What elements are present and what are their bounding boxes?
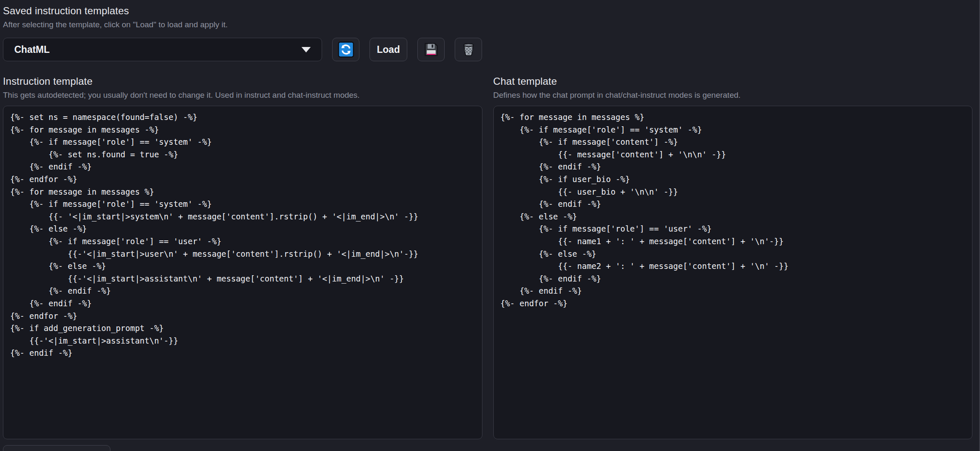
load-button[interactable]: Load <box>369 38 407 61</box>
save-button[interactable] <box>417 38 445 61</box>
floppy-disk-icon <box>423 42 439 57</box>
template-dropdown[interactable]: ChatML <box>3 38 322 61</box>
instruction-template-section: Instruction template This gets autodetec… <box>3 76 482 441</box>
instruction-templates-page: Saved instruction templates After select… <box>0 0 980 451</box>
page-subtitle: After selecting the template, click on "… <box>3 20 972 29</box>
refresh-icon <box>338 42 354 57</box>
page-title: Saved instruction templates <box>3 5 972 17</box>
partial-bottom-button[interactable] <box>3 445 110 451</box>
chat-template-subtitle: Defines how the chat prompt in chat/chat… <box>493 91 973 100</box>
instruction-template-textarea[interactable]: {%- set ns = namespace(found=false) -%} … <box>3 106 482 439</box>
refresh-button[interactable] <box>332 38 359 61</box>
instruction-template-subtitle: This gets autodetected; you usually don'… <box>3 91 482 100</box>
chevron-down-icon <box>301 47 311 52</box>
chat-template-section: Chat template Defines how the chat promp… <box>493 76 973 441</box>
template-dropdown-value: ChatML <box>14 44 50 55</box>
chat-template-title: Chat template <box>493 76 973 87</box>
delete-button[interactable] <box>455 38 482 61</box>
chat-template-textarea[interactable]: {%- for message in messages %} {%- if me… <box>493 106 973 439</box>
template-controls-row: ChatML Load <box>3 38 972 61</box>
instruction-template-title: Instruction template <box>3 76 482 87</box>
trash-icon <box>461 42 477 57</box>
template-editors: Instruction template This gets autodetec… <box>3 76 972 441</box>
